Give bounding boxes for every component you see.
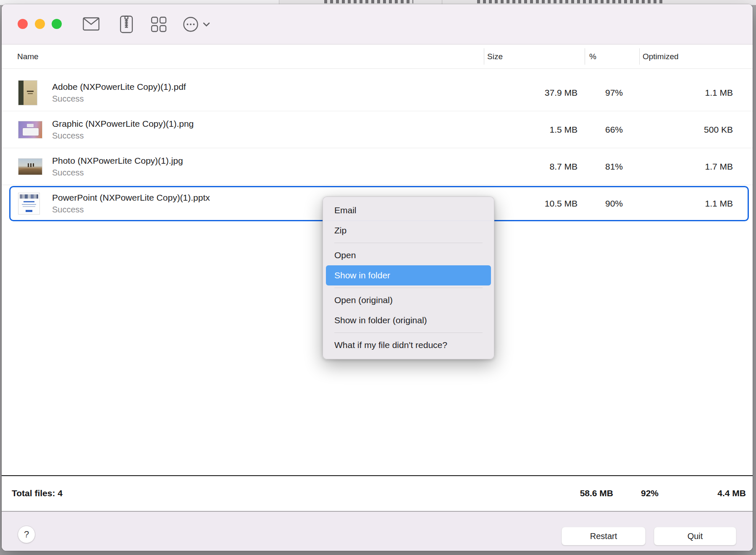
close-button[interactable] (18, 19, 28, 29)
column-header-name[interactable]: Name (17, 45, 39, 69)
more-options-icon (183, 16, 199, 32)
chevron-down-icon (203, 22, 210, 27)
menu-item-open[interactable]: Open (326, 245, 491, 265)
restart-button-label: Restart (590, 531, 617, 541)
menu-item-show-in-folder[interactable]: Show in folder (326, 265, 491, 285)
quit-button[interactable]: Quit (654, 527, 736, 545)
file-row-jpg[interactable]: Photo (NXPowerLite Copy)(1).jpg Success … (2, 148, 753, 185)
file-status: Success (52, 205, 210, 215)
file-info: PowerPoint (NXPowerLite Copy)(1).pptx Su… (52, 193, 210, 215)
file-status: Success (52, 168, 183, 178)
screen: Name Size % Optimized Adobe (NXPowerLite… (0, 0, 756, 555)
titlebar (2, 4, 753, 45)
file-row-png[interactable]: Graphic (NXPowerLite Copy)(1).png Succes… (2, 111, 753, 148)
menu-item-show-in-folder-original[interactable]: Show in folder (original) (326, 310, 491, 330)
quit-button-label: Quit (688, 531, 703, 541)
file-optimized: 1.7 MB (705, 148, 733, 185)
file-size: 10.5 MB (545, 185, 578, 222)
file-percent: 90% (605, 185, 623, 222)
clipped-text-fragment (477, 0, 664, 3)
context-menu: Email Zip Open Show in folder Open (orig… (323, 196, 494, 359)
menu-item-open-original[interactable]: Open (original) (326, 290, 491, 310)
menu-separator (334, 288, 483, 288)
help-button[interactable]: ? (18, 526, 35, 543)
file-thumbnail (18, 193, 39, 214)
email-icon (83, 17, 100, 31)
clipped-text-fragment (324, 0, 413, 3)
file-optimized: 1.1 MB (705, 74, 733, 111)
file-status: Success (52, 131, 194, 141)
file-name: Adobe (NXPowerLite Copy)(1).pdf (52, 82, 186, 92)
file-thumbnail (18, 121, 42, 138)
file-row-pdf[interactable]: Adobe (NXPowerLite Copy)(1).pdf Success … (2, 74, 753, 111)
file-optimized: 1.1 MB (705, 185, 733, 222)
zoom-button[interactable] (52, 19, 62, 29)
menu-item-zip[interactable]: Zip (326, 220, 491, 241)
menu-item-what-if-didnt-reduce[interactable]: What if my file didn't reduce? (326, 335, 491, 355)
column-divider (484, 48, 484, 65)
menu-item-email[interactable]: Email (326, 200, 491, 220)
email-button[interactable] (83, 17, 100, 32)
table-header: Name Size % Optimized (2, 45, 753, 69)
column-header-size[interactable]: Size (487, 45, 503, 69)
file-size: 37.9 MB (545, 74, 578, 111)
file-thumbnail (18, 81, 37, 105)
column-header-percent[interactable]: % (589, 45, 596, 69)
batch-grid-button[interactable] (151, 16, 167, 34)
file-info: Adobe (NXPowerLite Copy)(1).pdf Success (52, 82, 186, 104)
file-thumbnail (18, 159, 42, 175)
file-info: Photo (NXPowerLite Copy)(1).jpg Success (52, 156, 183, 178)
file-size: 8.7 MB (549, 148, 578, 185)
total-optimized: 4.4 MB (717, 476, 746, 510)
menu-separator (334, 243, 483, 243)
file-percent: 97% (605, 74, 623, 111)
file-percent: 66% (605, 111, 623, 148)
menu-separator (334, 332, 483, 333)
zip-button[interactable] (120, 16, 133, 35)
file-info: Graphic (NXPowerLite Copy)(1).png Succes… (52, 119, 194, 141)
total-size: 58.6 MB (580, 476, 613, 510)
totals-footer: Total files: 4 58.6 MB 92% 4.4 MB (2, 475, 753, 510)
file-name: PowerPoint (NXPowerLite Copy)(1).pptx (52, 193, 210, 203)
restart-button[interactable]: Restart (562, 527, 646, 545)
column-divider (585, 48, 585, 65)
file-percent: 81% (605, 148, 623, 185)
file-name: Photo (NXPowerLite Copy)(1).jpg (52, 156, 183, 166)
grid-icon (151, 16, 167, 32)
file-status: Success (52, 94, 186, 104)
file-size: 1.5 MB (549, 111, 578, 148)
column-header-optimized[interactable]: Optimized (643, 45, 679, 69)
bottom-action-bar: ? Restart Quit (2, 511, 753, 551)
total-files-label: Total files: 4 (12, 476, 63, 510)
more-options-button[interactable] (183, 16, 210, 32)
zip-icon (120, 16, 133, 33)
file-optimized: 500 KB (704, 111, 733, 148)
file-name: Graphic (NXPowerLite Copy)(1).png (52, 119, 194, 129)
total-percent: 92% (641, 476, 659, 510)
column-divider (639, 48, 640, 65)
help-icon: ? (24, 529, 29, 540)
minimize-button[interactable] (35, 19, 45, 29)
